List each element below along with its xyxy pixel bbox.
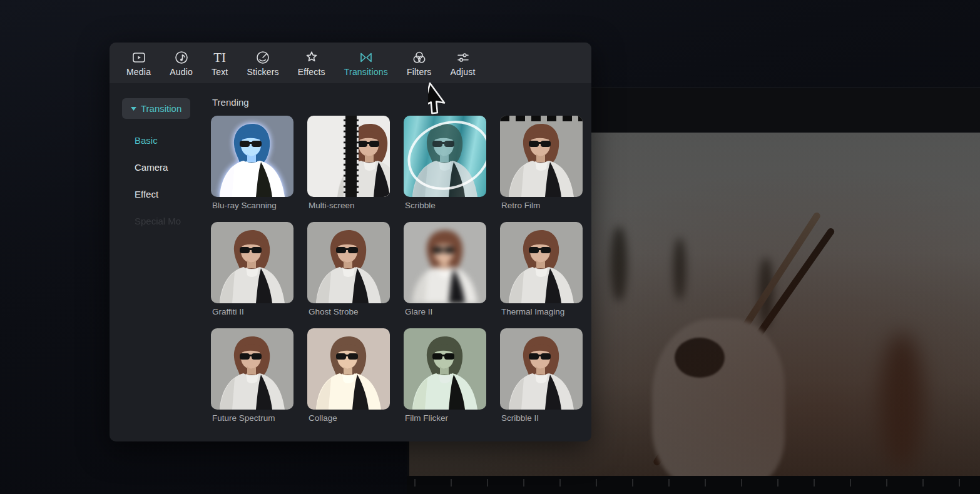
transition-card[interactable]: Collage	[307, 328, 390, 423]
category-list: Basic Camera Effect Special Mo	[135, 135, 210, 226]
transition-card[interactable]: Graffiti II	[211, 222, 293, 316]
portrait-image	[500, 328, 583, 410]
stickers-icon	[255, 49, 270, 65]
transition-thumbnail[interactable]	[211, 222, 293, 303]
transition-card[interactable]: Retro Film	[500, 116, 583, 210]
transition-label: Multi-screen	[307, 201, 390, 210]
transition-label: Scribble	[404, 201, 486, 210]
portrait-image	[307, 328, 390, 410]
transitions-grid-area: Trending Blu-ray Scanning Multi-screen S…	[210, 83, 591, 441]
tab-stickers[interactable]: Stickers	[237, 43, 288, 83]
transition-thumbnail[interactable]	[404, 328, 486, 410]
portrait-image	[211, 116, 293, 197]
tab-effects[interactable]: Effects	[288, 43, 335, 83]
tab-filters[interactable]: Filters	[397, 43, 441, 83]
transition-label: Glare II	[404, 307, 486, 316]
transition-label: Collage	[307, 413, 390, 423]
timeline-ruler[interactable]	[407, 476, 980, 494]
tab-label: Effects	[298, 67, 325, 77]
tab-media[interactable]: Media	[117, 43, 160, 83]
transition-card[interactable]: Ghost Strobe	[307, 222, 390, 316]
audio-icon	[174, 49, 189, 65]
transition-thumbnail[interactable]	[404, 116, 486, 197]
tab-label: Filters	[407, 67, 432, 77]
sidebar-item-camera[interactable]: Camera	[135, 162, 210, 173]
tab-audio[interactable]: Audio	[160, 43, 202, 83]
transition-thumbnail[interactable]	[211, 116, 293, 197]
transition-card[interactable]: Scribble	[404, 116, 486, 210]
transition-label: Scribble II	[500, 413, 583, 423]
transition-label: Graffiti II	[211, 307, 293, 316]
transition-label: Retro Film	[500, 201, 583, 210]
transition-card[interactable]: Thermal Imaging	[500, 222, 583, 316]
transitions-grid: Blu-ray Scanning Multi-screen Scribble R…	[211, 116, 581, 423]
transition-label: Blu-ray Scanning	[211, 201, 293, 210]
portrait-image	[404, 328, 486, 410]
sidebar-item-basic[interactable]: Basic	[135, 135, 210, 146]
tab-label: Text	[212, 67, 228, 77]
transitions-icon	[359, 49, 374, 65]
transition-label: Film Flicker	[404, 413, 486, 423]
portrait-image	[500, 116, 583, 197]
tab-transitions[interactable]: Transitions	[335, 43, 397, 83]
transition-thumbnail[interactable]	[500, 328, 583, 410]
portrait-image	[404, 222, 486, 303]
media-type-tabbar: Media Audio TI Text Stickers Effects	[110, 43, 591, 83]
text-icon: TI	[213, 49, 226, 65]
tab-adjust[interactable]: Adjust	[441, 43, 484, 83]
portrait-image	[329, 116, 390, 197]
portrait-image	[500, 222, 583, 303]
transition-card[interactable]: Future Spectrum	[211, 328, 293, 423]
transitions-panel: Media Audio TI Text Stickers Effects	[110, 43, 591, 441]
transition-card[interactable]: Multi-screen	[307, 116, 390, 210]
chevron-down-icon	[131, 107, 136, 111]
transition-card[interactable]: Glare II	[404, 222, 486, 316]
tab-label: Stickers	[247, 67, 278, 77]
filters-icon	[412, 49, 427, 65]
category-sidebar: Transition Basic Camera Effect Special M…	[110, 83, 210, 441]
section-title: Trending	[212, 97, 581, 108]
transition-card[interactable]: Blu-ray Scanning	[211, 116, 293, 210]
tab-label: Audio	[170, 67, 193, 77]
transition-thumbnail[interactable]	[211, 328, 293, 410]
transition-thumbnail[interactable]	[500, 116, 583, 197]
transition-thumbnail[interactable]	[307, 328, 390, 410]
transition-label: Thermal Imaging	[500, 307, 583, 316]
transition-label: Ghost Strobe	[307, 307, 390, 316]
sidebar-item-special[interactable]: Special Mo	[135, 216, 210, 226]
portrait-image	[404, 116, 486, 197]
tab-label: Transitions	[344, 67, 388, 77]
transition-thumbnail[interactable]	[307, 222, 390, 303]
category-dropdown[interactable]: Transition	[122, 98, 190, 119]
portrait-image	[307, 222, 390, 303]
transition-card[interactable]: Film Flicker	[404, 328, 486, 423]
media-icon	[131, 49, 146, 65]
portrait-image	[211, 222, 293, 303]
sidebar-item-effect[interactable]: Effect	[135, 189, 210, 199]
transition-thumbnail[interactable]	[404, 222, 486, 303]
transition-thumbnail[interactable]	[500, 222, 583, 303]
timeline-ticks	[414, 479, 980, 486]
adjust-icon	[456, 49, 471, 65]
portrait-image	[211, 328, 293, 410]
transition-thumbnail[interactable]	[307, 116, 390, 197]
tab-label: Media	[126, 67, 151, 77]
category-dropdown-label: Transition	[141, 103, 181, 114]
transition-label: Future Spectrum	[211, 413, 293, 423]
mouse-cursor	[428, 81, 461, 118]
tab-label: Adjust	[450, 67, 475, 77]
tab-text[interactable]: TI Text	[202, 43, 237, 83]
effects-icon	[304, 49, 319, 65]
transition-card[interactable]: Scribble II	[500, 328, 583, 423]
